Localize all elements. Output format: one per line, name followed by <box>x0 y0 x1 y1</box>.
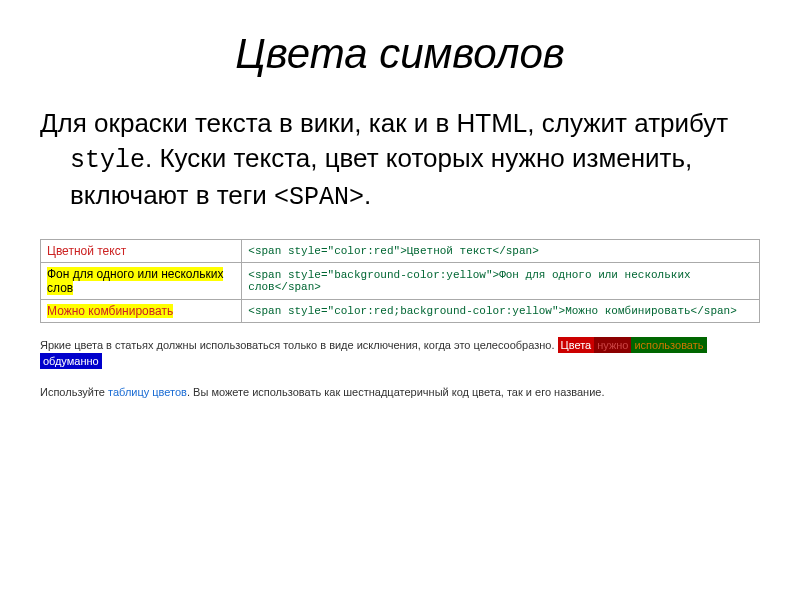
slide-title: Цвета символов <box>40 30 760 78</box>
combined-sample: Можно комбинировать <box>47 304 173 318</box>
intro-paragraph: Для окраски текста в вики, как и в HTML,… <box>40 106 760 215</box>
badge-need: нужно <box>594 337 631 353</box>
para-part-3: . <box>364 180 371 210</box>
note-1: Яркие цвета в статьях должны использоват… <box>40 337 760 370</box>
note2-part2: . Вы можете использовать как шестнадцате… <box>187 386 604 398</box>
example-code-3: <span style="color:red;background-color:… <box>242 299 760 322</box>
badge-colors: Цвета <box>558 337 595 353</box>
example-code-2: <span style="background-color:yellow">Фо… <box>242 262 760 299</box>
tag-span: <SPAN> <box>274 183 364 212</box>
para-part-2: . Куски текста, цвет которых нужно измен… <box>70 143 692 210</box>
color-table-link[interactable]: таблицу цветов <box>108 386 187 398</box>
para-part-1: Для окраски текста в вики, как и в HTML,… <box>40 108 728 138</box>
table-row: Фон для одного или нескольких слов <span… <box>41 262 760 299</box>
example-display-1: Цветной текст <box>41 239 242 262</box>
colored-text-sample: Цветной текст <box>47 244 126 258</box>
note2-part1: Используйте <box>40 386 108 398</box>
badge-wisely: обдуманно <box>40 353 102 369</box>
note-2: Используйте таблицу цветов. Вы можете ис… <box>40 384 760 401</box>
table-row: Цветной текст <span style="color:red">Цв… <box>41 239 760 262</box>
badge-use: использовать <box>631 337 706 353</box>
example-code-1: <span style="color:red">Цветной текст</s… <box>242 239 760 262</box>
table-row: Можно комбинировать <span style="color:r… <box>41 299 760 322</box>
examples-table: Цветной текст <span style="color:red">Цв… <box>40 239 760 323</box>
attr-style: style <box>70 146 145 175</box>
example-display-2: Фон для одного или нескольких слов <box>41 262 242 299</box>
example-display-3: Можно комбинировать <box>41 299 242 322</box>
bg-text-sample: Фон для одного или нескольких слов <box>47 267 223 295</box>
note1-text: Яркие цвета в статьях должны использоват… <box>40 339 558 351</box>
